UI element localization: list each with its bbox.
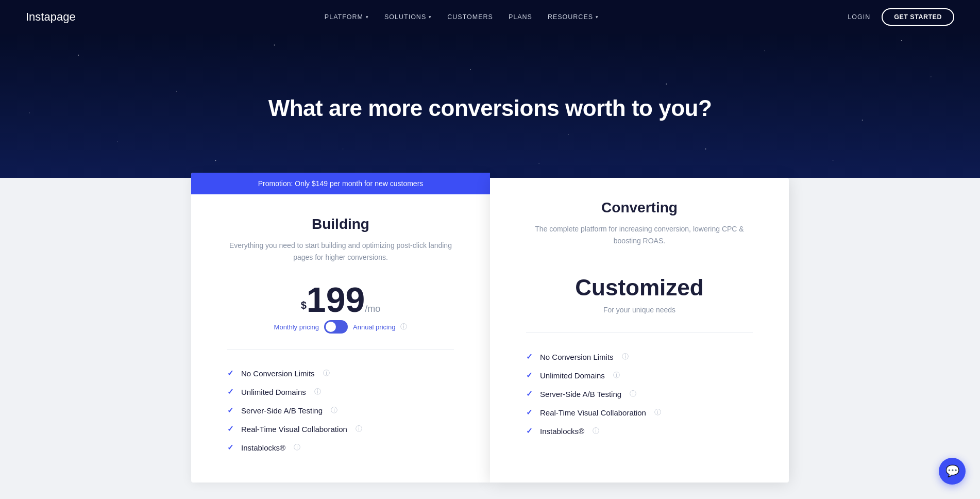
check-icon: ✓ — [526, 371, 533, 380]
feature-label: Server-Side A/B Testing — [241, 406, 323, 415]
building-plan-description: Everything you need to start building an… — [227, 240, 454, 263]
nav-item-platform[interactable]: PLATFORM ▾ — [325, 13, 369, 21]
login-button[interactable]: LOGIN — [848, 13, 870, 21]
check-icon: ✓ — [526, 352, 533, 361]
feature-label: Real-Time Visual Collaboration — [540, 408, 646, 417]
nav-center-items: PLATFORM ▾ SOLUTIONS ▾ CUSTOMERS PLANS R… — [325, 13, 599, 21]
info-icon[interactable]: ⓘ — [323, 369, 330, 378]
feature-label: Unlimited Domains — [241, 388, 306, 396]
converting-feature-visual-collab: ✓ Real-Time Visual Collaboration ⓘ — [526, 403, 753, 422]
monthly-pricing-label: Monthly pricing — [274, 323, 319, 331]
check-icon: ✓ — [227, 369, 234, 378]
promo-banner: Promotion: Only $149 per month for new c… — [191, 173, 490, 194]
converting-divider — [526, 332, 753, 333]
converting-feature-instablocks: ✓ Instablocks® ⓘ — [526, 422, 753, 440]
nav-right-actions: LOGIN GET STARTED — [848, 8, 954, 26]
info-icon[interactable]: ⓘ — [331, 406, 337, 415]
building-plan-name: Building — [227, 216, 454, 232]
building-price-block: $199/mo — [227, 282, 454, 317]
hero-title: What are more conversions worth to you? — [258, 59, 722, 152]
converting-plan-name: Converting — [526, 199, 753, 216]
nav-item-customers[interactable]: CUSTOMERS — [447, 13, 493, 21]
pricing-cards-container: Promotion: Only $149 per month for new c… — [191, 178, 789, 483]
building-feature-visual-collab: ✓ Real-Time Visual Collaboration ⓘ — [227, 420, 454, 438]
chat-icon: 💬 — [945, 464, 959, 478]
info-icon[interactable]: ⓘ — [613, 371, 620, 380]
annual-info-icon[interactable]: ⓘ — [400, 322, 407, 331]
nav-item-plans[interactable]: PLANS — [509, 13, 532, 21]
building-price-period: /mo — [365, 304, 380, 314]
info-icon[interactable]: ⓘ — [622, 352, 629, 361]
info-icon[interactable]: ⓘ — [314, 387, 321, 396]
check-icon: ✓ — [526, 389, 533, 398]
feature-label: Unlimited Domains — [540, 371, 605, 380]
info-icon[interactable]: ⓘ — [294, 443, 300, 452]
pricing-toggle-switch[interactable] — [324, 320, 348, 334]
building-divider — [227, 349, 454, 350]
check-icon: ✓ — [526, 426, 533, 436]
check-icon: ✓ — [227, 443, 234, 452]
info-icon[interactable]: ⓘ — [654, 408, 661, 417]
nav-item-resources[interactable]: RESOURCES ▾ — [548, 13, 599, 21]
annual-pricing-label: Annual pricing — [353, 323, 395, 331]
chevron-down-icon: ▾ — [596, 14, 599, 20]
feature-label: Real-Time Visual Collaboration — [241, 425, 347, 434]
pricing-toggle-row: Monthly pricing Annual pricing ⓘ — [227, 320, 454, 334]
building-features-list: ✓ No Conversion Limits ⓘ ✓ Unlimited Dom… — [227, 364, 454, 457]
chat-button[interactable]: 💬 — [939, 458, 966, 485]
get-started-button[interactable]: GET STARTED — [882, 8, 954, 26]
building-feature-unlimited-domains: ✓ Unlimited Domains ⓘ — [227, 382, 454, 401]
check-icon: ✓ — [227, 406, 234, 415]
converting-feature-unlimited-domains: ✓ Unlimited Domains ⓘ — [526, 366, 753, 385]
nav-item-solutions[interactable]: SOLUTIONS ▾ — [384, 13, 432, 21]
check-icon: ✓ — [227, 424, 234, 434]
toggle-knob — [326, 322, 336, 332]
navbar: Instapage PLATFORM ▾ SOLUTIONS ▾ CUSTOME… — [0, 0, 980, 34]
building-plan-card: Promotion: Only $149 per month for new c… — [191, 173, 490, 483]
feature-label: Server-Side A/B Testing — [540, 390, 621, 398]
converting-plan-description: The complete platform for increasing con… — [526, 223, 753, 247]
chevron-down-icon: ▾ — [429, 14, 432, 20]
check-icon: ✓ — [227, 387, 234, 396]
building-feature-no-conversion-limits: ✓ No Conversion Limits ⓘ — [227, 364, 454, 382]
converting-feature-ab-testing: ✓ Server-Side A/B Testing ⓘ — [526, 385, 753, 403]
chevron-down-icon: ▾ — [366, 14, 369, 20]
nav-logo[interactable]: Instapage — [26, 10, 76, 24]
converting-feature-no-conversion-limits: ✓ No Conversion Limits ⓘ — [526, 347, 753, 366]
converting-price-subtitle: For your unique needs — [526, 306, 753, 314]
building-feature-instablocks: ✓ Instablocks® ⓘ — [227, 438, 454, 457]
pricing-section: Promotion: Only $149 per month for new c… — [0, 178, 980, 499]
converting-plan-card: Converting The complete platform for inc… — [490, 178, 789, 483]
converting-price-label: Customized — [526, 265, 753, 306]
feature-label: Instablocks® — [241, 443, 285, 452]
check-icon: ✓ — [526, 408, 533, 417]
converting-features-list: ✓ No Conversion Limits ⓘ ✓ Unlimited Dom… — [526, 347, 753, 440]
feature-label: Instablocks® — [540, 427, 584, 436]
building-card-body: Building Everything you need to start bu… — [191, 194, 490, 483]
building-price-dollar: $ — [301, 300, 307, 311]
hero-section: What are more conversions worth to you? — [0, 34, 980, 178]
building-feature-ab-testing: ✓ Server-Side A/B Testing ⓘ — [227, 401, 454, 420]
info-icon[interactable]: ⓘ — [356, 424, 362, 434]
info-icon[interactable]: ⓘ — [630, 389, 636, 398]
info-icon[interactable]: ⓘ — [593, 426, 599, 436]
converting-card-body: Converting The complete platform for inc… — [490, 178, 789, 466]
building-price-amount: 199 — [307, 280, 365, 319]
feature-label: No Conversion Limits — [540, 353, 614, 361]
feature-label: No Conversion Limits — [241, 369, 315, 378]
